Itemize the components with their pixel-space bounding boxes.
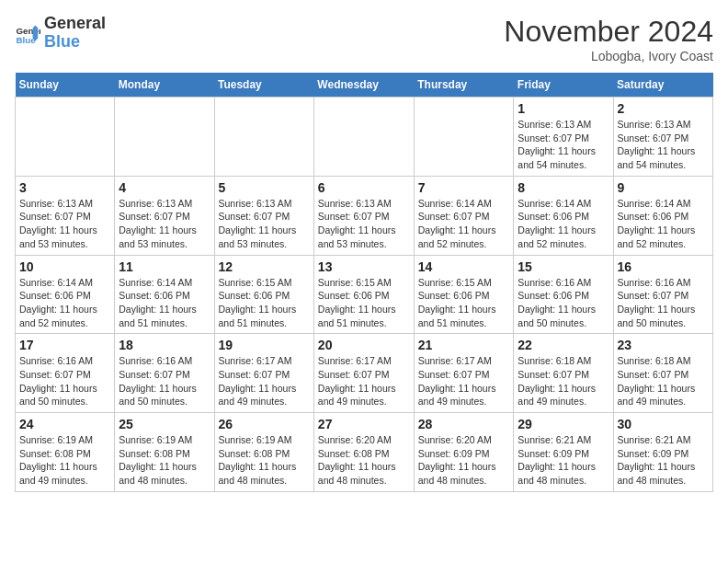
calendar-cell: 14Sunrise: 6:15 AMSunset: 6:06 PMDayligh… [414, 255, 514, 334]
calendar-cell [16, 98, 115, 177]
day-info: Sunrise: 6:19 AMSunset: 6:08 PMDaylight:… [119, 433, 210, 488]
weekday-header-friday: Friday [514, 73, 613, 98]
day-number: 27 [318, 417, 410, 431]
weekday-header-monday: Monday [115, 73, 214, 98]
day-number: 30 [618, 417, 710, 431]
day-info: Sunrise: 6:16 AMSunset: 6:07 PMDaylight:… [618, 276, 710, 330]
calendar-cell: 8Sunrise: 6:14 AMSunset: 6:06 PMDaylight… [514, 176, 613, 255]
day-info: Sunrise: 6:14 AMSunset: 6:06 PMDaylight:… [19, 276, 110, 330]
calendar-cell: 22Sunrise: 6:18 AMSunset: 6:07 PMDayligh… [514, 334, 613, 413]
logo-text: General Blue [44, 15, 106, 52]
calendar-cell [115, 98, 214, 177]
calendar-cell: 23Sunrise: 6:18 AMSunset: 6:07 PMDayligh… [613, 334, 713, 413]
day-info: Sunrise: 6:16 AMSunset: 6:07 PMDaylight:… [119, 354, 210, 408]
day-number: 7 [418, 180, 510, 195]
logo: General Blue General Blue [15, 15, 106, 52]
calendar-cell: 29Sunrise: 6:21 AMSunset: 6:09 PMDayligh… [514, 413, 613, 492]
calendar-cell: 4Sunrise: 6:13 AMSunset: 6:07 PMDaylight… [115, 176, 214, 255]
day-number: 28 [418, 417, 510, 431]
calendar-cell: 27Sunrise: 6:20 AMSunset: 6:08 PMDayligh… [313, 413, 414, 492]
calendar-cell: 3Sunrise: 6:13 AMSunset: 6:07 PMDaylight… [16, 176, 115, 255]
day-number: 6 [318, 180, 410, 195]
day-number: 26 [219, 417, 310, 431]
day-info: Sunrise: 6:14 AMSunset: 6:06 PMDaylight:… [518, 197, 609, 251]
calendar-cell: 15Sunrise: 6:16 AMSunset: 6:06 PMDayligh… [514, 255, 613, 334]
day-number: 29 [518, 417, 609, 431]
calendar-cell: 7Sunrise: 6:14 AMSunset: 6:07 PMDaylight… [414, 176, 514, 255]
day-number: 22 [518, 338, 609, 352]
day-number: 11 [119, 259, 210, 274]
day-info: Sunrise: 6:13 AMSunset: 6:07 PMDaylight:… [318, 197, 410, 251]
day-number: 18 [119, 338, 210, 352]
day-info: Sunrise: 6:15 AMSunset: 6:06 PMDaylight:… [418, 276, 510, 330]
day-number: 15 [518, 259, 609, 274]
day-info: Sunrise: 6:13 AMSunset: 6:07 PMDaylight:… [219, 197, 310, 251]
day-number: 20 [318, 338, 410, 352]
day-number: 4 [119, 180, 210, 195]
weekday-header-thursday: Thursday [414, 73, 514, 98]
day-number: 24 [19, 417, 110, 431]
calendar-table: SundayMondayTuesdayWednesdayThursdayFrid… [15, 73, 713, 492]
day-info: Sunrise: 6:13 AMSunset: 6:07 PMDaylight:… [518, 118, 609, 172]
day-info: Sunrise: 6:13 AMSunset: 6:07 PMDaylight:… [19, 197, 110, 251]
day-number: 12 [219, 259, 310, 274]
calendar-cell: 12Sunrise: 6:15 AMSunset: 6:06 PMDayligh… [214, 255, 313, 334]
calendar-cell: 18Sunrise: 6:16 AMSunset: 6:07 PMDayligh… [115, 334, 214, 413]
calendar-cell: 26Sunrise: 6:19 AMSunset: 6:08 PMDayligh… [214, 413, 313, 492]
day-info: Sunrise: 6:19 AMSunset: 6:08 PMDaylight:… [219, 433, 310, 488]
logo-icon: General Blue [15, 20, 40, 46]
day-info: Sunrise: 6:16 AMSunset: 6:07 PMDaylight:… [19, 354, 110, 408]
calendar-cell: 9Sunrise: 6:14 AMSunset: 6:06 PMDaylight… [613, 176, 713, 255]
day-number: 10 [19, 259, 110, 274]
day-number: 1 [518, 101, 609, 116]
day-info: Sunrise: 6:14 AMSunset: 6:07 PMDaylight:… [418, 197, 510, 251]
weekday-header-tuesday: Tuesday [214, 73, 313, 98]
day-info: Sunrise: 6:15 AMSunset: 6:06 PMDaylight:… [318, 276, 410, 330]
day-info: Sunrise: 6:17 AMSunset: 6:07 PMDaylight:… [219, 354, 310, 408]
weekday-header-sunday: Sunday [16, 73, 115, 98]
day-number: 3 [19, 180, 110, 195]
day-number: 9 [618, 180, 710, 195]
page-header: General Blue General Blue November 2024 … [15, 15, 713, 63]
calendar-cell: 13Sunrise: 6:15 AMSunset: 6:06 PMDayligh… [313, 255, 414, 334]
calendar-cell: 2Sunrise: 6:13 AMSunset: 6:07 PMDaylight… [613, 98, 713, 177]
weekday-header-wednesday: Wednesday [313, 73, 414, 98]
calendar-cell: 30Sunrise: 6:21 AMSunset: 6:09 PMDayligh… [613, 413, 713, 492]
day-info: Sunrise: 6:15 AMSunset: 6:06 PMDaylight:… [219, 276, 310, 330]
calendar-cell: 6Sunrise: 6:13 AMSunset: 6:07 PMDaylight… [313, 176, 414, 255]
day-number: 19 [219, 338, 310, 352]
calendar-cell: 11Sunrise: 6:14 AMSunset: 6:06 PMDayligh… [115, 255, 214, 334]
day-number: 8 [518, 180, 609, 195]
calendar-cell: 16Sunrise: 6:16 AMSunset: 6:07 PMDayligh… [613, 255, 713, 334]
day-info: Sunrise: 6:21 AMSunset: 6:09 PMDaylight:… [618, 433, 710, 488]
calendar-cell: 10Sunrise: 6:14 AMSunset: 6:06 PMDayligh… [16, 255, 115, 334]
calendar-cell: 1Sunrise: 6:13 AMSunset: 6:07 PMDaylight… [514, 98, 613, 177]
calendar-cell [313, 98, 414, 177]
day-info: Sunrise: 6:14 AMSunset: 6:06 PMDaylight:… [618, 197, 710, 251]
day-number: 16 [618, 259, 710, 274]
day-info: Sunrise: 6:19 AMSunset: 6:08 PMDaylight:… [19, 433, 110, 488]
day-number: 25 [119, 417, 210, 431]
day-number: 23 [618, 338, 710, 352]
day-number: 13 [318, 259, 410, 274]
day-info: Sunrise: 6:17 AMSunset: 6:07 PMDaylight:… [318, 354, 410, 408]
week-row-4: 17Sunrise: 6:16 AMSunset: 6:07 PMDayligh… [16, 334, 713, 413]
calendar-cell: 21Sunrise: 6:17 AMSunset: 6:07 PMDayligh… [414, 334, 514, 413]
location: Lobogba, Ivory Coast [504, 49, 713, 63]
day-number: 17 [19, 338, 110, 352]
day-info: Sunrise: 6:18 AMSunset: 6:07 PMDaylight:… [518, 354, 609, 408]
day-number: 2 [618, 101, 710, 116]
day-info: Sunrise: 6:13 AMSunset: 6:07 PMDaylight:… [119, 197, 210, 251]
day-info: Sunrise: 6:13 AMSunset: 6:07 PMDaylight:… [618, 118, 710, 172]
week-row-2: 3Sunrise: 6:13 AMSunset: 6:07 PMDaylight… [16, 176, 713, 255]
week-row-3: 10Sunrise: 6:14 AMSunset: 6:06 PMDayligh… [16, 255, 713, 334]
weekday-header-saturday: Saturday [613, 73, 713, 98]
day-info: Sunrise: 6:21 AMSunset: 6:09 PMDaylight:… [518, 433, 609, 488]
day-number: 5 [219, 180, 310, 195]
calendar-cell: 24Sunrise: 6:19 AMSunset: 6:08 PMDayligh… [16, 413, 115, 492]
day-number: 14 [418, 259, 510, 274]
calendar-cell: 25Sunrise: 6:19 AMSunset: 6:08 PMDayligh… [115, 413, 214, 492]
calendar-cell: 17Sunrise: 6:16 AMSunset: 6:07 PMDayligh… [16, 334, 115, 413]
day-number: 21 [418, 338, 510, 352]
calendar-cell: 20Sunrise: 6:17 AMSunset: 6:07 PMDayligh… [313, 334, 414, 413]
